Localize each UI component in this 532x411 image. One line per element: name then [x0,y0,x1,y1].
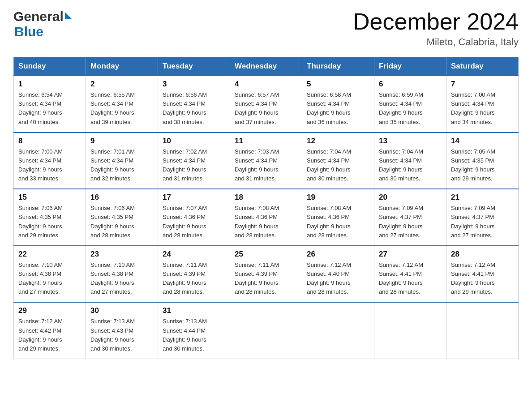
page-header: General Blue December 2024 Mileto, Calab… [13,9,519,48]
day-info: Sunrise: 7:03 AM Sunset: 4:34 PM Dayligh… [235,147,297,184]
day-number: 5 [307,80,369,89]
calendar-cell: 21 Sunrise: 7:09 AM Sunset: 4:37 PM Dayl… [446,189,519,246]
calendar-cell [374,302,446,359]
day-info: Sunrise: 7:10 AM Sunset: 4:38 PM Dayligh… [90,261,153,297]
calendar-cell: 28 Sunrise: 7:12 AM Sunset: 4:41 PM Dayl… [446,246,519,303]
day-number: 7 [451,80,514,89]
day-number: 22 [18,250,81,259]
calendar-cell: 4 Sunrise: 6:57 AM Sunset: 4:34 PM Dayli… [230,76,302,133]
day-number: 23 [90,250,153,259]
header-wednesday: Wednesday [230,57,302,76]
logo-blue-text: Blue [14,24,43,39]
day-info: Sunrise: 6:59 AM Sunset: 4:34 PM Dayligh… [379,90,442,127]
calendar-cell: 3 Sunrise: 6:56 AM Sunset: 4:34 PM Dayli… [158,76,230,133]
day-info: Sunrise: 7:00 AM Sunset: 4:34 PM Dayligh… [18,147,81,184]
calendar-header-row: Sunday Monday Tuesday Wednesday Thursday… [14,57,519,76]
day-number: 25 [235,250,297,259]
day-number: 4 [235,80,297,89]
day-number: 15 [18,193,81,202]
day-info: Sunrise: 6:54 AM Sunset: 4:34 PM Dayligh… [18,90,81,127]
day-info: Sunrise: 6:56 AM Sunset: 4:34 PM Dayligh… [163,90,225,127]
day-info: Sunrise: 7:01 AM Sunset: 4:34 PM Dayligh… [90,147,153,184]
day-number: 3 [163,80,225,89]
week-row-3: 15 Sunrise: 7:06 AM Sunset: 4:35 PM Dayl… [14,189,519,246]
day-number: 31 [163,306,225,315]
day-info: Sunrise: 7:13 AM Sunset: 4:44 PM Dayligh… [163,317,225,353]
calendar-cell [446,302,519,359]
day-number: 29 [18,306,81,315]
day-info: Sunrise: 7:05 AM Sunset: 4:35 PM Dayligh… [451,147,514,184]
day-info: Sunrise: 6:55 AM Sunset: 4:34 PM Dayligh… [90,90,153,127]
day-number: 30 [90,306,153,315]
header-monday: Monday [86,57,158,76]
day-info: Sunrise: 7:04 AM Sunset: 4:34 PM Dayligh… [307,147,369,184]
week-row-2: 8 Sunrise: 7:00 AM Sunset: 4:34 PM Dayli… [14,133,519,189]
day-number: 11 [235,137,297,146]
day-info: Sunrise: 7:06 AM Sunset: 4:35 PM Dayligh… [90,204,153,240]
day-info: Sunrise: 7:11 AM Sunset: 4:39 PM Dayligh… [163,261,225,297]
calendar-cell: 27 Sunrise: 7:12 AM Sunset: 4:41 PM Dayl… [374,246,446,303]
calendar-cell: 13 Sunrise: 7:04 AM Sunset: 4:34 PM Dayl… [374,133,446,189]
calendar-cell: 18 Sunrise: 7:08 AM Sunset: 4:36 PM Dayl… [230,189,302,246]
calendar-cell: 2 Sunrise: 6:55 AM Sunset: 4:34 PM Dayli… [86,76,158,133]
logo: General Blue [13,9,72,39]
location-text: Mileto, Calabria, Italy [353,36,519,48]
day-number: 8 [18,137,81,146]
day-number: 2 [90,80,153,89]
month-title: December 2024 [353,9,519,34]
calendar-cell: 19 Sunrise: 7:08 AM Sunset: 4:36 PM Dayl… [302,189,374,246]
header-tuesday: Tuesday [158,57,230,76]
day-info: Sunrise: 7:09 AM Sunset: 4:37 PM Dayligh… [451,204,514,240]
header-thursday: Thursday [302,57,374,76]
header-friday: Friday [374,57,446,76]
day-number: 26 [307,250,369,259]
day-info: Sunrise: 7:02 AM Sunset: 4:34 PM Dayligh… [163,147,225,184]
day-number: 13 [379,137,442,146]
calendar-cell [302,302,374,359]
calendar-cell: 1 Sunrise: 6:54 AM Sunset: 4:34 PM Dayli… [14,76,86,133]
day-info: Sunrise: 7:11 AM Sunset: 4:39 PM Dayligh… [235,261,297,297]
week-row-5: 29 Sunrise: 7:12 AM Sunset: 4:42 PM Dayl… [14,302,519,359]
day-number: 27 [379,250,442,259]
day-number: 28 [451,250,514,259]
day-number: 16 [90,193,153,202]
calendar-cell: 15 Sunrise: 7:06 AM Sunset: 4:35 PM Dayl… [14,189,86,246]
day-info: Sunrise: 7:06 AM Sunset: 4:35 PM Dayligh… [18,204,81,240]
day-info: Sunrise: 7:07 AM Sunset: 4:36 PM Dayligh… [163,204,225,240]
day-info: Sunrise: 7:00 AM Sunset: 4:34 PM Dayligh… [451,90,514,127]
header-saturday: Saturday [446,57,519,76]
calendar-cell: 25 Sunrise: 7:11 AM Sunset: 4:39 PM Dayl… [230,246,302,303]
calendar-cell: 10 Sunrise: 7:02 AM Sunset: 4:34 PM Dayl… [158,133,230,189]
calendar-cell: 14 Sunrise: 7:05 AM Sunset: 4:35 PM Dayl… [446,133,519,189]
day-number: 20 [379,193,442,202]
day-info: Sunrise: 7:13 AM Sunset: 4:43 PM Dayligh… [90,317,153,353]
day-info: Sunrise: 7:04 AM Sunset: 4:34 PM Dayligh… [379,147,442,184]
calendar-cell: 26 Sunrise: 7:12 AM Sunset: 4:40 PM Dayl… [302,246,374,303]
calendar-cell: 8 Sunrise: 7:00 AM Sunset: 4:34 PM Dayli… [14,133,86,189]
day-number: 6 [379,80,442,89]
day-number: 14 [451,137,514,146]
day-number: 1 [18,80,81,89]
day-number: 9 [90,137,153,146]
day-info: Sunrise: 7:12 AM Sunset: 4:40 PM Dayligh… [307,261,369,297]
week-row-1: 1 Sunrise: 6:54 AM Sunset: 4:34 PM Dayli… [14,76,519,133]
calendar-cell: 22 Sunrise: 7:10 AM Sunset: 4:38 PM Dayl… [14,246,86,303]
day-number: 24 [163,250,225,259]
calendar-cell: 24 Sunrise: 7:11 AM Sunset: 4:39 PM Dayl… [158,246,230,303]
calendar-cell: 31 Sunrise: 7:13 AM Sunset: 4:44 PM Dayl… [158,302,230,359]
day-info: Sunrise: 6:57 AM Sunset: 4:34 PM Dayligh… [235,90,297,127]
header-sunday: Sunday [14,57,86,76]
calendar-cell: 20 Sunrise: 7:09 AM Sunset: 4:37 PM Dayl… [374,189,446,246]
day-number: 12 [307,137,369,146]
day-number: 10 [163,137,225,146]
calendar-cell: 11 Sunrise: 7:03 AM Sunset: 4:34 PM Dayl… [230,133,302,189]
calendar-cell: 29 Sunrise: 7:12 AM Sunset: 4:42 PM Dayl… [14,302,86,359]
calendar-cell: 5 Sunrise: 6:58 AM Sunset: 4:34 PM Dayli… [302,76,374,133]
calendar-cell: 17 Sunrise: 7:07 AM Sunset: 4:36 PM Dayl… [158,189,230,246]
logo-general-text: General [13,9,64,24]
calendar-cell: 30 Sunrise: 7:13 AM Sunset: 4:43 PM Dayl… [86,302,158,359]
day-number: 19 [307,193,369,202]
day-number: 21 [451,193,514,202]
calendar-cell: 9 Sunrise: 7:01 AM Sunset: 4:34 PM Dayli… [86,133,158,189]
day-info: Sunrise: 6:58 AM Sunset: 4:34 PM Dayligh… [307,90,369,127]
